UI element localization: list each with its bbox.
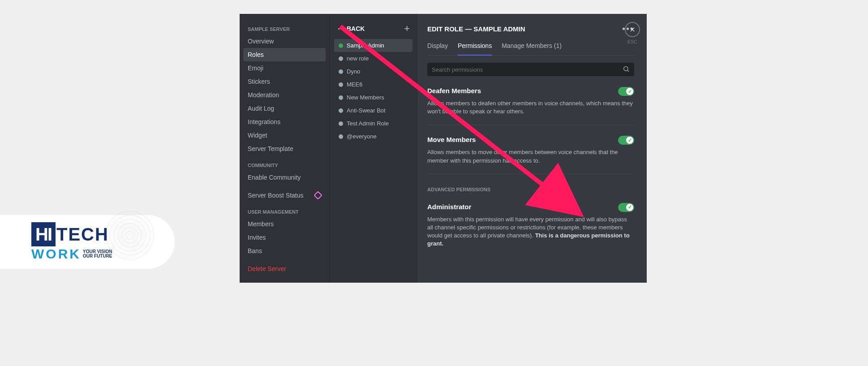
roles-list-column: ← BACK + Sample Adminnew roleDynoMEE6New… [329, 14, 417, 283]
nav-invites[interactable]: Invites [243, 231, 326, 244]
advanced-permissions-header: ADVANCED PERMISSIONS [427, 187, 634, 192]
role-name: Test Admin Role [347, 120, 389, 127]
role-color-dot [339, 56, 343, 61]
edit-role-panel: EDIT ROLE — SAMPLE ADMIN ••• Display Per… [417, 14, 647, 283]
role-tabs: Display Permissions Manage Members (1) [427, 42, 634, 56]
role-color-dot [339, 108, 343, 113]
tab-display[interactable]: Display [427, 42, 448, 55]
logo-text-bottom: WORK [31, 246, 81, 262]
nav-emoji[interactable]: Emoji [243, 61, 326, 75]
role-color-dot [339, 134, 343, 139]
role-name: New Members [347, 94, 384, 101]
tab-manage-members[interactable]: Manage Members (1) [502, 42, 562, 55]
logo-tagline: YOUR VISION OUR FUTURE [83, 250, 112, 259]
nav-server-template[interactable]: Server Template [243, 142, 326, 155]
permission-description: Allows members to move other members bet… [427, 148, 634, 164]
permission-search-input[interactable] [432, 66, 623, 73]
nav-moderation[interactable]: Moderation [243, 88, 326, 102]
nav-widget[interactable]: Widget [243, 129, 326, 142]
nav-roles[interactable]: Roles [243, 48, 326, 61]
permission-description: Allows members to deafen other members i… [427, 99, 634, 116]
toggle-move-members[interactable] [618, 136, 634, 145]
esc-label: ESC [625, 39, 640, 44]
brand-logo-badge: HI TECH WORK YOUR VISION OUR FUTURE [0, 215, 175, 269]
role-item[interactable]: Sample Admin [334, 39, 413, 52]
role-name: Dyno [347, 68, 360, 75]
role-name: Sample Admin [347, 42, 384, 49]
back-button[interactable]: ← BACK [337, 25, 365, 32]
nav-overview[interactable]: Overview [243, 34, 326, 48]
role-item[interactable]: new role [334, 52, 413, 65]
back-label: BACK [347, 25, 365, 32]
close-button[interactable] [625, 22, 640, 37]
permission-move-members: Move Members Allows members to move othe… [427, 136, 634, 174]
permission-title: Administrator [427, 203, 471, 211]
section-header-user-mgmt: USER MANAGEMENT [243, 207, 326, 217]
nav-stickers[interactable]: Stickers [243, 75, 326, 88]
nav-members[interactable]: Members [243, 217, 326, 231]
svg-line-1 [627, 70, 629, 72]
role-name: Anti-Swear Bot [347, 107, 386, 114]
logo-text-top: TECH [56, 224, 109, 245]
role-color-dot [339, 121, 343, 126]
role-item[interactable]: Dyno [334, 65, 413, 78]
brand-logo: HI TECH WORK YOUR VISION OUR FUTURE [31, 222, 112, 262]
edit-role-title: EDIT ROLE — SAMPLE ADMIN [427, 25, 525, 33]
logo-tagline-2: OUR FUTURE [83, 254, 112, 259]
close-icon [629, 26, 636, 33]
permission-title: Deafen Members [427, 87, 481, 95]
nav-delete-server[interactable]: Delete Server [243, 262, 326, 276]
permission-deafen-members: Deafen Members Allows members to deafen … [427, 87, 634, 125]
permission-administrator: Administrator Members with this permissi… [427, 203, 634, 257]
nav-server-boost-label: Server Boost Status [248, 192, 304, 199]
svg-point-0 [624, 66, 628, 70]
nav-server-boost[interactable]: Server Boost Status [243, 189, 326, 202]
logo-mark: HI [31, 222, 56, 246]
tab-permissions[interactable]: Permissions [458, 42, 492, 56]
permission-title: Move Members [427, 136, 476, 143]
role-color-dot [339, 43, 343, 48]
nav-audit-log[interactable]: Audit Log [243, 102, 326, 115]
section-header-community: COMMUNITY [243, 160, 326, 171]
role-item[interactable]: Test Admin Role [334, 117, 413, 130]
section-header-server: SAMPLE SERVER [243, 24, 326, 34]
discord-settings-window: SAMPLE SERVER Overview Roles Emoji Stick… [240, 14, 647, 283]
permission-search[interactable] [427, 63, 634, 76]
nav-bans[interactable]: Bans [243, 244, 326, 258]
close-settings: ESC [625, 22, 640, 44]
role-item[interactable]: Anti-Swear Bot [334, 104, 413, 117]
role-item[interactable]: MEE6 [334, 78, 413, 91]
nav-integrations[interactable]: Integrations [243, 115, 326, 129]
permission-description: Members with this permission will have e… [427, 215, 634, 248]
server-settings-sidebar: SAMPLE SERVER Overview Roles Emoji Stick… [240, 14, 329, 283]
role-name: MEE6 [347, 81, 362, 88]
toggle-deafen-members[interactable] [618, 87, 634, 96]
role-color-dot [339, 69, 343, 74]
arrow-left-icon: ← [337, 25, 343, 32]
search-icon [623, 65, 630, 74]
role-color-dot [339, 95, 343, 100]
role-color-dot [339, 82, 343, 87]
toggle-administrator[interactable] [618, 203, 634, 212]
boost-gem-icon [314, 191, 322, 200]
add-role-button[interactable]: + [404, 24, 410, 34]
role-item[interactable]: New Members [334, 91, 413, 104]
role-name: new role [347, 55, 369, 62]
role-item[interactable]: @everyone [334, 130, 413, 143]
nav-enable-community[interactable]: Enable Community [243, 171, 326, 184]
role-name: @everyone [347, 133, 377, 140]
